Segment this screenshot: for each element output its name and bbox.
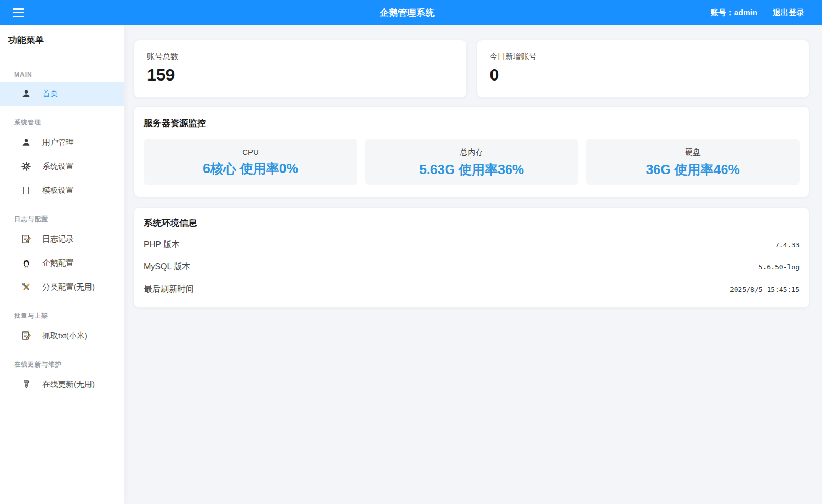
server-monitor-card: 服务器资源监控 CPU 6核心 使用率0% 总内存 5.63G 使用率36% 硬…	[134, 106, 809, 197]
sidebar-item-online-update[interactable]: 在线更新(无用)	[0, 372, 124, 396]
sidebar-item-template-settings[interactable]: 模板设置	[0, 178, 124, 202]
sidebar-menu: MAIN 首页 系统管理 用户管理	[0, 54, 124, 396]
grab-memo-icon	[21, 331, 31, 341]
home-user-icon	[21, 89, 31, 99]
sidebar-item-label: 企鹅配置	[42, 258, 74, 268]
top-bar: 企鹅管理系统 账号：admin 退出登录	[0, 0, 822, 25]
section-label-system: 系统管理	[0, 118, 124, 127]
metric-label: 硬盘	[591, 147, 794, 157]
metric-label: CPU	[149, 147, 352, 156]
stat-label: 账号总数	[147, 52, 454, 62]
log-memo-icon	[21, 234, 31, 244]
sidebar-item-category-config[interactable]: 分类配置(无用)	[0, 275, 124, 299]
section-label-batch: 批量与上架	[0, 312, 124, 320]
sidebar-item-system-settings[interactable]: 系统设置	[0, 154, 124, 178]
env-value: 7.4.33	[775, 241, 800, 249]
sidebar-item-log-records[interactable]: 日志记录	[0, 227, 124, 251]
sidebar-item-user-management[interactable]: 用户管理	[0, 130, 124, 154]
metric-cpu: CPU 6核心 使用率0%	[144, 139, 357, 185]
section-label-main: MAIN	[0, 71, 124, 78]
section-label-update: 在线更新与维护	[0, 360, 124, 369]
stat-label: 今日新增账号	[490, 52, 797, 62]
env-label: 最后刷新时间	[144, 284, 194, 295]
penguin-icon	[21, 258, 31, 268]
hamburger-menu-icon[interactable]	[13, 8, 24, 17]
env-row-last-refresh: 最后刷新时间 2025/8/5 15:45:15	[144, 278, 800, 300]
sidebar-item-home[interactable]: 首页	[0, 82, 124, 106]
metric-value: 36G 使用率46%	[591, 161, 794, 178]
env-value: 2025/8/5 15:45:15	[730, 285, 800, 293]
account-label: 账号：admin	[711, 8, 757, 18]
template-icon	[21, 186, 31, 196]
sidebar: 功能菜单 MAIN 首页 系统管理 用户管理	[0, 25, 124, 504]
sidebar-title: 功能菜单	[0, 25, 124, 54]
sidebar-item-label: 在线更新(无用)	[42, 380, 95, 390]
metric-label: 总内存	[370, 147, 573, 157]
stat-value: 159	[147, 66, 454, 84]
metric-value: 6核心 使用率0%	[149, 160, 352, 177]
system-env-title: 系统环境信息	[144, 217, 800, 229]
section-label-logs: 日志与配置	[0, 215, 124, 224]
sidebar-item-grab-txt[interactable]: 抓取txt(小米)	[0, 324, 124, 348]
metric-value: 5.63G 使用率36%	[370, 161, 573, 178]
env-label: MySQL 版本	[144, 261, 190, 272]
server-monitor-title: 服务器资源监控	[144, 117, 800, 129]
stat-card-new-accounts-today: 今日新增账号 0	[477, 40, 810, 98]
sidebar-item-label: 首页	[42, 89, 58, 99]
sidebar-item-label: 抓取txt(小米)	[42, 331, 87, 341]
sidebar-item-penguin-config[interactable]: 企鹅配置	[0, 251, 124, 275]
metric-disk: 硬盘 36G 使用率46%	[586, 139, 800, 185]
update-bolt-icon	[21, 380, 31, 390]
sidebar-item-label: 系统设置	[42, 162, 74, 171]
env-label: PHP 版本	[144, 239, 180, 250]
user-icon	[21, 138, 31, 147]
sidebar-item-label: 日志记录	[42, 234, 74, 244]
system-env-card: 系统环境信息 PHP 版本 7.4.33 MySQL 版本 5.6.50-log…	[134, 207, 809, 308]
gear-icon	[21, 162, 31, 171]
stat-card-total-accounts: 账号总数 159	[134, 40, 467, 98]
metric-memory: 总内存 5.63G 使用率36%	[365, 139, 578, 185]
sidebar-item-label: 分类配置(无用)	[42, 282, 95, 292]
main-content: 账号总数 159 今日新增账号 0 服务器资源监控 CPU 6核心 使用率0% …	[124, 25, 822, 504]
sidebar-item-label: 模板设置	[42, 186, 74, 196]
env-row-php: PHP 版本 7.4.33	[144, 234, 800, 256]
app-title: 企鹅管理系统	[380, 7, 435, 19]
env-row-mysql: MySQL 版本 5.6.50-log	[144, 256, 800, 278]
env-value: 5.6.50-log	[759, 263, 800, 271]
tools-icon	[21, 282, 31, 292]
sidebar-item-label: 用户管理	[42, 138, 74, 147]
stat-value: 0	[490, 66, 797, 84]
logout-button[interactable]: 退出登录	[773, 8, 804, 18]
